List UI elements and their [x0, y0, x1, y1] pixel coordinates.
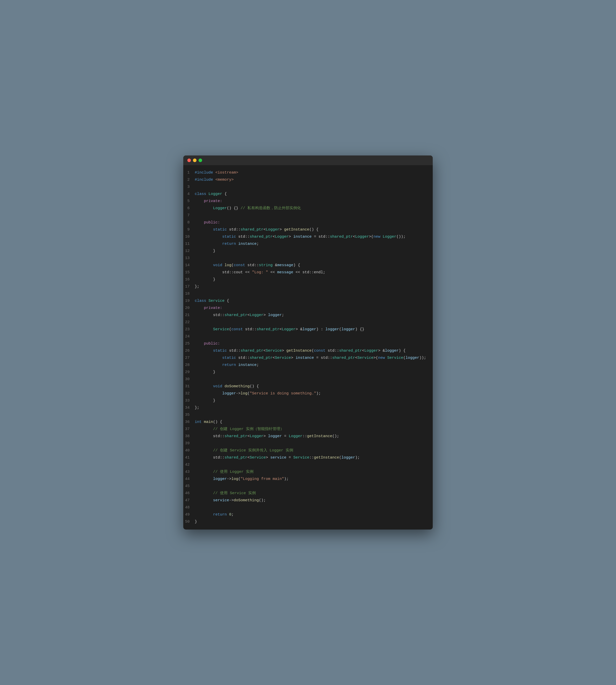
code-line: 38 std::shared_ptr<Logger> logger = Logg…	[183, 433, 433, 440]
code-line: 30	[183, 376, 433, 383]
code-line: 35	[183, 411, 433, 418]
code-line: 28 return instance;	[183, 362, 433, 369]
code-line: 25 public:	[183, 340, 433, 347]
code-line: 23 Service(const std::shared_ptr<Logger>…	[183, 326, 433, 333]
code-line: 50 }	[183, 518, 433, 525]
code-line: 34 };	[183, 404, 433, 411]
maximize-button[interactable]	[199, 159, 202, 162]
code-line: 20 private:	[183, 304, 433, 312]
code-line: 36 int main() {	[183, 418, 433, 426]
code-line: 1 #include <iostream>	[183, 169, 433, 176]
code-line: 8 public:	[183, 219, 433, 226]
code-line: 26 static std::shared_ptr<Service> getIn…	[183, 347, 433, 355]
code-line: 40 // 创建 Service 实例并传入 Logger 实例	[183, 447, 433, 454]
code-area: 1 #include <iostream> 2 #include <memory…	[183, 165, 433, 529]
code-line: 33 }	[183, 397, 433, 404]
code-line: 42	[183, 461, 433, 469]
close-button[interactable]	[188, 159, 191, 162]
code-line: 3	[183, 183, 433, 190]
code-line: 43 // 使用 Logger 实例	[183, 469, 433, 476]
code-line: 49 return 0;	[183, 511, 433, 518]
titlebar	[183, 156, 433, 165]
minimize-button[interactable]	[193, 159, 197, 162]
code-line: 24	[183, 333, 433, 340]
code-line: 16 }	[183, 276, 433, 283]
code-line: 29 }	[183, 369, 433, 376]
code-line: 32 logger->log("Service is doing somethi…	[183, 390, 433, 397]
code-line: 15 std::cout << "Log: " << message << st…	[183, 269, 433, 276]
code-line: 4 class Logger {	[183, 190, 433, 198]
code-line: 7	[183, 212, 433, 219]
code-line: 17 };	[183, 283, 433, 290]
code-line: 45	[183, 483, 433, 490]
code-line: 27 static std::shared_ptr<Service> insta…	[183, 355, 433, 362]
code-line: 22	[183, 319, 433, 326]
code-line: 13	[183, 255, 433, 262]
code-line: 5 private:	[183, 198, 433, 205]
code-line: 9 static std::shared_ptr<Logger> getInst…	[183, 226, 433, 233]
code-line: 12 }	[183, 248, 433, 255]
code-line: 19 class Service {	[183, 297, 433, 304]
code-line: 14 void log(const std::string &message) …	[183, 262, 433, 269]
code-line: 39	[183, 440, 433, 447]
code-line: 21 std::shared_ptr<Logger> logger;	[183, 312, 433, 319]
code-line: 2 #include <memory>	[183, 176, 433, 183]
code-line: 18	[183, 290, 433, 297]
code-line: 41 std::shared_ptr<Service> service = Se…	[183, 454, 433, 461]
code-editor-window: 1 #include <iostream> 2 #include <memory…	[183, 156, 433, 529]
code-line: 48	[183, 504, 433, 511]
code-line: 44 logger->log("Logging from main");	[183, 476, 433, 483]
code-line: 46 // 使用 Service 实例	[183, 490, 433, 497]
code-line: 47 service->doSomething();	[183, 497, 433, 504]
code-line: 10 static std::shared_ptr<Logger> instan…	[183, 233, 433, 241]
code-line: 37 // 创建 Logger 实例（智能指针管理）	[183, 426, 433, 433]
code-line: 6 Logger() {} // 私有构造函数，防止外部实例化	[183, 205, 433, 212]
code-line: 11 return instance;	[183, 241, 433, 248]
code-line: 31 void doSomething() {	[183, 383, 433, 390]
